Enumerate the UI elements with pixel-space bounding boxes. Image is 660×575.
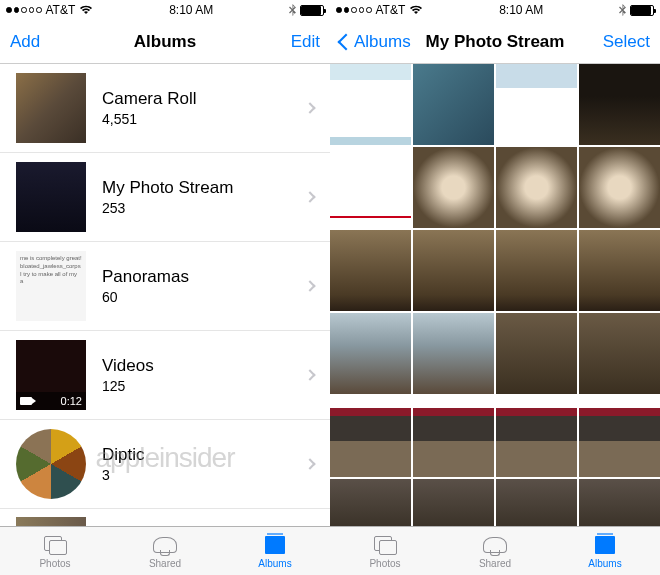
- albums-icon: [595, 536, 615, 554]
- photo-thumbnail[interactable]: [413, 230, 494, 311]
- photo-grid: [330, 64, 660, 526]
- battery-icon: [300, 5, 324, 16]
- photo-thumbnail[interactable]: [496, 479, 577, 526]
- add-button[interactable]: Add: [10, 32, 40, 52]
- album-row-videos[interactable]: 0:12 Videos 125: [0, 331, 330, 420]
- album-row-panoramas[interactable]: me is completely great! bloated_jawless_…: [0, 242, 330, 331]
- photo-thumbnail[interactable]: [496, 313, 577, 394]
- photo-thumbnail[interactable]: [496, 396, 577, 477]
- photo-thumbnail[interactable]: [330, 313, 411, 394]
- photo-thumbnail[interactable]: [579, 147, 660, 228]
- tab-bar: Photos Shared Albums: [0, 526, 330, 575]
- photo-thumbnail[interactable]: [579, 396, 660, 477]
- album-count: 3: [102, 467, 306, 483]
- signal-dots-icon: [6, 7, 42, 13]
- photo-thumbnail[interactable]: [330, 479, 411, 526]
- photo-thumbnail[interactable]: [330, 230, 411, 311]
- battery-icon: [630, 5, 654, 16]
- photo-thumbnail[interactable]: [413, 396, 494, 477]
- photo-thumbnail[interactable]: [413, 479, 494, 526]
- photo-thumbnail[interactable]: [579, 313, 660, 394]
- back-button[interactable]: Albums: [340, 32, 411, 52]
- photo-thumbnail[interactable]: [330, 64, 411, 145]
- phone-albums-list: AT&T 8:10 AM Add Albums Edit Camera Roll…: [0, 0, 330, 575]
- carrier-label: AT&T: [376, 3, 406, 17]
- album-row-partial[interactable]: [16, 517, 86, 526]
- tab-photos[interactable]: Photos: [0, 527, 110, 575]
- tab-label: Shared: [149, 558, 181, 569]
- photo-thumbnail[interactable]: [496, 230, 577, 311]
- album-thumbnail: [16, 162, 86, 232]
- tab-albums[interactable]: Albums: [550, 527, 660, 575]
- wifi-icon: [409, 5, 423, 15]
- album-name: Panoramas: [102, 267, 306, 287]
- page-title: Albums: [134, 32, 196, 52]
- cloud-icon: [153, 537, 177, 553]
- clock-label: 8:10 AM: [169, 3, 213, 17]
- album-name: Videos: [102, 356, 306, 376]
- photo-thumbnail[interactable]: [413, 313, 494, 394]
- album-row-photo-stream[interactable]: My Photo Stream 253: [0, 153, 330, 242]
- nav-bar: Albums My Photo Stream Select: [330, 20, 660, 64]
- album-list: Camera Roll 4,551 My Photo Stream 253 me…: [0, 64, 330, 526]
- page-title: My Photo Stream: [426, 32, 565, 52]
- photo-thumbnail[interactable]: [579, 230, 660, 311]
- photos-icon: [374, 536, 396, 554]
- album-thumbnail: 0:12: [16, 340, 86, 410]
- album-count: 60: [102, 289, 306, 305]
- photo-thumbnail[interactable]: [579, 64, 660, 145]
- tab-shared[interactable]: Shared: [440, 527, 550, 575]
- nav-bar: Add Albums Edit: [0, 20, 330, 64]
- album-count: 4,551: [102, 111, 306, 127]
- chevron-right-icon: [304, 280, 315, 291]
- tab-shared[interactable]: Shared: [110, 527, 220, 575]
- signal-dots-icon: [336, 7, 372, 13]
- video-duration: 0:12: [61, 395, 82, 407]
- photo-thumbnail[interactable]: [496, 64, 577, 145]
- bluetooth-icon: [289, 4, 296, 16]
- album-name: My Photo Stream: [102, 178, 306, 198]
- chevron-right-icon: [304, 191, 315, 202]
- tab-albums[interactable]: Albums: [220, 527, 330, 575]
- album-name: Camera Roll: [102, 89, 306, 109]
- tab-label: Albums: [588, 558, 621, 569]
- tab-label: Albums: [258, 558, 291, 569]
- album-thumbnail: [16, 429, 86, 499]
- video-camera-icon: [20, 397, 32, 405]
- album-thumbnail: me is completely great! bloated_jawless_…: [16, 251, 86, 321]
- photo-thumbnail[interactable]: [413, 147, 494, 228]
- tab-photos[interactable]: Photos: [330, 527, 440, 575]
- photo-thumbnail[interactable]: [413, 64, 494, 145]
- chevron-right-icon: [304, 458, 315, 469]
- clock-label: 8:10 AM: [499, 3, 543, 17]
- photo-thumbnail[interactable]: [330, 396, 411, 477]
- cloud-icon: [483, 537, 507, 553]
- status-bar: AT&T 8:10 AM: [0, 0, 330, 20]
- photo-thumbnail[interactable]: [496, 147, 577, 228]
- album-row-diptic[interactable]: Diptic 3: [0, 420, 330, 509]
- album-thumbnail: [16, 73, 86, 143]
- photo-thumbnail[interactable]: [330, 147, 411, 228]
- bluetooth-icon: [619, 4, 626, 16]
- chevron-right-icon: [304, 369, 315, 380]
- tab-label: Photos: [39, 558, 70, 569]
- chevron-right-icon: [304, 102, 315, 113]
- select-button[interactable]: Select: [603, 32, 650, 52]
- tab-bar: Photos Shared Albums: [330, 526, 660, 575]
- carrier-label: AT&T: [46, 3, 76, 17]
- edit-button[interactable]: Edit: [291, 32, 320, 52]
- album-row-camera-roll[interactable]: Camera Roll 4,551: [0, 64, 330, 153]
- status-bar: AT&T 8:10 AM: [330, 0, 660, 20]
- phone-photo-stream: AT&T 8:10 AM Albums My Photo Stream Sele…: [330, 0, 660, 575]
- chevron-left-icon: [338, 33, 355, 50]
- photo-thumbnail[interactable]: [579, 479, 660, 526]
- album-name: Diptic: [102, 445, 306, 465]
- album-count: 253: [102, 200, 306, 216]
- albums-icon: [265, 536, 285, 554]
- album-count: 125: [102, 378, 306, 394]
- tab-label: Photos: [369, 558, 400, 569]
- wifi-icon: [79, 5, 93, 15]
- photos-icon: [44, 536, 66, 554]
- tab-label: Shared: [479, 558, 511, 569]
